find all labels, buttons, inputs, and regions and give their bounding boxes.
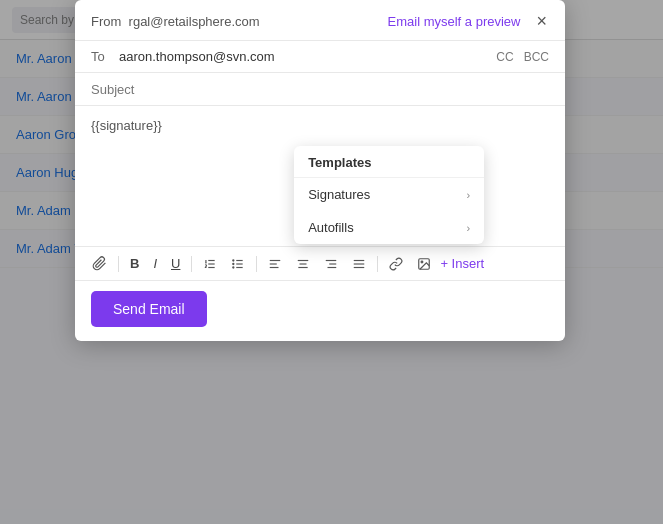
align-center-button[interactable] [291,254,315,274]
autofills-label: Autofills [308,220,354,235]
signature-placeholder: {{signature}} [91,118,162,133]
to-email-value[interactable]: aaron.thompson@svn.com [119,49,496,64]
unordered-list-button[interactable] [226,254,250,274]
close-button[interactable]: × [534,12,549,30]
modal-footer: Send Email [75,280,565,341]
to-label: To [91,49,119,64]
preview-link[interactable]: Email myself a preview [388,14,521,29]
signatures-label: Signatures [308,187,370,202]
chevron-right-icon: › [466,189,470,201]
insert-button[interactable]: + Insert [440,256,484,271]
from-email: rgal@retailsphere.com [129,14,260,29]
cc-button[interactable]: CC [496,50,513,64]
insert-wrapper: + Insert Templates Signatures › Autofill… [440,256,484,271]
cc-bcc-actions: CC BCC [496,50,549,64]
subject-input[interactable] [91,82,549,97]
toolbar-sep-2 [191,256,192,272]
dropdown-header: Templates [294,146,484,178]
dropdown-item-autofills[interactable]: Autofills › [294,211,484,244]
toolbar-sep-3 [256,256,257,272]
ordered-list-button[interactable] [198,254,222,274]
svg-point-22 [421,261,423,263]
align-justify-button[interactable] [347,254,371,274]
bcc-button[interactable]: BCC [524,50,549,64]
toolbar-sep-4 [377,256,378,272]
link-button[interactable] [384,254,408,274]
bold-button[interactable]: B [125,254,144,273]
attachment-button[interactable] [87,253,112,274]
subject-row [75,73,565,106]
image-button[interactable] [412,254,436,274]
dropdown-item-signatures[interactable]: Signatures › [294,178,484,211]
compose-email-modal: From rgal@retailsphere.com Email myself … [75,0,565,341]
modal-header: From rgal@retailsphere.com Email myself … [75,0,565,41]
from-address: From rgal@retailsphere.com [91,14,260,29]
svg-point-6 [233,259,234,260]
italic-button[interactable]: I [148,254,162,273]
to-field-row: To aaron.thompson@svn.com CC BCC [75,41,565,73]
chevron-right-icon-2: › [466,222,470,234]
align-right-button[interactable] [319,254,343,274]
svg-point-7 [233,263,234,264]
formatting-toolbar: B I U + Insert [75,246,565,280]
underline-button[interactable]: U [166,254,185,273]
from-label: From [91,14,121,29]
send-email-button[interactable]: Send Email [91,291,207,327]
svg-point-8 [233,266,234,267]
align-left-button[interactable] [263,254,287,274]
modal-header-right: Email myself a preview × [388,12,549,30]
insert-dropdown: Templates Signatures › Autofills › [294,146,484,244]
toolbar-sep-1 [118,256,119,272]
